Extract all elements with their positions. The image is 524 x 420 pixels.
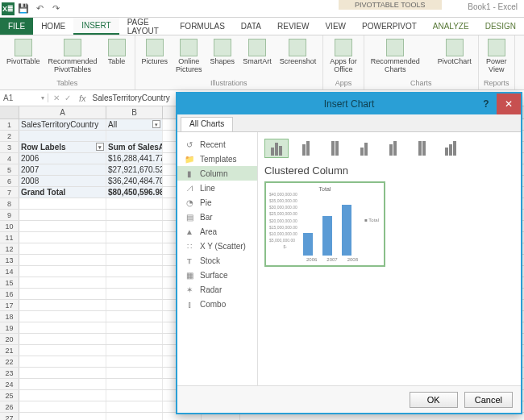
select-all-corner[interactable]: [0, 106, 19, 119]
fx-icon[interactable]: fx: [76, 94, 89, 103]
enter-formula-icon[interactable]: ✓: [64, 94, 71, 102]
screenshot-button[interactable]: Screenshot: [277, 37, 320, 68]
recommended-charts-button[interactable]: Recommended Charts: [368, 37, 423, 76]
row-header[interactable]: 11: [0, 232, 19, 243]
dialog-close-button[interactable]: ✕: [497, 94, 521, 114]
cat-templates[interactable]: 📁Templates: [177, 152, 257, 166]
pie-icon: ◔: [184, 198, 195, 207]
cat-column[interactable]: ▮Column: [177, 166, 257, 181]
tab-formulas[interactable]: FORMULAS: [172, 18, 233, 35]
column-header-a[interactable]: A: [19, 106, 106, 119]
cat-surface[interactable]: ▦Surface: [177, 268, 257, 282]
page-field-dropdown-icon[interactable]: ▾: [152, 120, 160, 128]
tab-file[interactable]: FILE: [0, 18, 33, 35]
row-header[interactable]: 9: [0, 210, 19, 220]
chart-preview[interactable]: Total $40,000,000.00$35,000,000.00$30,00…: [264, 181, 385, 267]
sparkline-line-button[interactable]: Line: [518, 37, 524, 68]
row-header[interactable]: 21: [0, 345, 19, 356]
row-header[interactable]: 12: [0, 243, 19, 254]
tab-data[interactable]: DATA: [233, 18, 269, 35]
dialog-titlebar[interactable]: Insert Chart ? ✕: [177, 94, 521, 114]
reco-pivottables-icon: [64, 39, 81, 56]
row-header[interactable]: 18: [0, 311, 19, 322]
tab-analyze[interactable]: ANALYZE: [425, 18, 477, 35]
cat-combo[interactable]: ⫿Combo: [177, 297, 257, 311]
row-header[interactable]: 27: [0, 413, 19, 420]
row-header[interactable]: 26: [0, 401, 19, 412]
row-header[interactable]: 24: [0, 379, 19, 389]
subtype-stacked-column[interactable]: [293, 139, 318, 158]
row-header[interactable]: 13: [0, 255, 19, 265]
dialog-help-button[interactable]: ?: [476, 94, 497, 114]
preview-bar: [322, 216, 332, 256]
ok-button[interactable]: OK: [410, 392, 458, 408]
subtype-clustered-column[interactable]: [264, 139, 289, 158]
tab-design[interactable]: DESIGN: [477, 18, 524, 35]
pictures-button[interactable]: Pictures: [139, 37, 172, 68]
online-pictures-button[interactable]: Online Pictures: [173, 37, 206, 76]
row-header[interactable]: 8: [0, 198, 19, 209]
name-box-dropdown-icon[interactable]: ▾: [41, 94, 44, 102]
row-header[interactable]: 20: [0, 334, 19, 344]
group-reports-label: Reports: [482, 79, 511, 88]
power-view-button[interactable]: Power View: [482, 37, 511, 76]
row-header[interactable]: 23: [0, 368, 19, 378]
row-header[interactable]: 1: [0, 119, 19, 130]
subtype-3d-stacked-column[interactable]: [381, 139, 405, 158]
row-header[interactable]: 22: [0, 356, 19, 367]
cat-bar[interactable]: ▤Bar: [177, 210, 257, 224]
group-charts-label: Charts: [368, 79, 475, 88]
row-header[interactable]: 17: [0, 300, 19, 310]
cancel-button[interactable]: Cancel: [464, 392, 513, 408]
row-header[interactable]: 14: [0, 266, 19, 277]
row-header[interactable]: 25: [0, 390, 19, 401]
pivottable-button[interactable]: PivotTable: [3, 37, 44, 68]
qat-redo-button[interactable]: ↷: [48, 2, 63, 16]
row-labels-dropdown-icon[interactable]: ▾: [96, 143, 104, 151]
qat-save-button[interactable]: 💾: [16, 2, 31, 16]
table-button[interactable]: Table: [102, 37, 131, 68]
tab-review[interactable]: REVIEW: [269, 18, 317, 35]
row-header[interactable]: 10: [0, 221, 19, 231]
reco-charts-icon: [386, 39, 404, 56]
excel-app-icon: X≣: [2, 2, 15, 15]
tab-view[interactable]: VIEW: [317, 18, 354, 35]
tab-powerpivot[interactable]: POWERPIVOT: [354, 18, 425, 35]
qat-undo-button[interactable]: ↶: [32, 2, 47, 16]
dialog-tab-all-charts[interactable]: All Charts: [181, 117, 233, 131]
pictures-icon: [146, 39, 164, 56]
tab-home[interactable]: HOME: [33, 18, 73, 35]
apps-for-office-button[interactable]: Apps for Office: [326, 37, 360, 76]
cat-recent[interactable]: ↺Recent: [177, 137, 257, 152]
radar-icon: ✶: [184, 285, 195, 294]
cat-area[interactable]: ▲Area: [177, 224, 257, 239]
tab-page-layout[interactable]: PAGE LAYOUT: [119, 18, 173, 35]
column-header-b[interactable]: B: [106, 106, 163, 119]
cat-pie[interactable]: ◔Pie: [177, 195, 257, 210]
line-icon: ⩘: [184, 183, 195, 193]
row-header[interactable]: 4: [0, 153, 19, 164]
row-header[interactable]: 19: [0, 322, 19, 333]
row-header[interactable]: 15: [0, 277, 19, 288]
name-box[interactable]: A1▾: [0, 94, 48, 102]
smartart-button[interactable]: SmartArt: [239, 37, 275, 68]
row-header[interactable]: 6: [0, 176, 19, 186]
subtype-3d-100-stacked-column[interactable]: [410, 139, 434, 158]
cancel-formula-icon[interactable]: ✕: [53, 94, 60, 102]
row-header[interactable]: 3: [0, 142, 19, 152]
cat-line[interactable]: ⩘Line: [177, 181, 257, 195]
cat-radar[interactable]: ✶Radar: [177, 282, 257, 297]
shapes-button[interactable]: Shapes: [207, 37, 239, 68]
row-header[interactable]: 5: [0, 164, 19, 175]
pivotchart-button[interactable]: PivotChart: [435, 37, 475, 68]
row-header[interactable]: 2: [0, 131, 19, 141]
row-header[interactable]: 16: [0, 289, 19, 299]
recommended-pivottables-button[interactable]: Recommended PivotTables: [45, 37, 101, 76]
cat-scatter[interactable]: ∷X Y (Scatter): [177, 239, 257, 253]
subtype-100-stacked-column[interactable]: [322, 139, 347, 158]
cat-stock[interactable]: ⫪Stock: [177, 253, 257, 268]
tab-insert[interactable]: INSERT: [73, 18, 119, 35]
row-header[interactable]: 7: [0, 187, 19, 198]
subtype-3d-column[interactable]: [439, 139, 463, 158]
subtype-3d-clustered-column[interactable]: [351, 139, 376, 158]
